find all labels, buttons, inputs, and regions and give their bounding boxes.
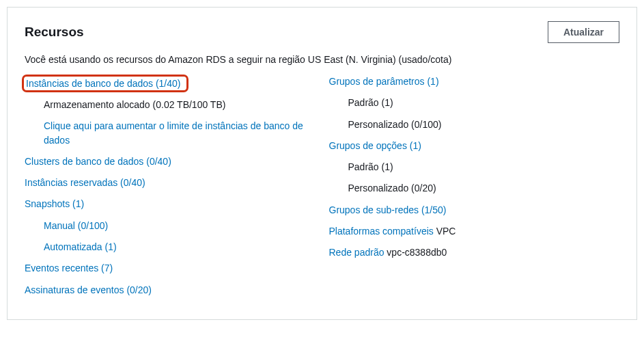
right-column: Grupos de parâmetros (1) Padrão (1) Pers… — [329, 75, 620, 304]
reserved-instances-link[interactable]: Instâncias reservadas (0/40) — [25, 177, 145, 188]
description-text: Você está usando os recursos do Amazon R… — [25, 54, 619, 65]
resource-columns: Instâncias de banco de dados (1/40) Arma… — [25, 75, 619, 304]
resources-panel: Recursos Atualizar Você está usando os r… — [7, 7, 637, 320]
supported-platforms-link[interactable]: Plataformas compatíveis — [329, 226, 434, 237]
option-custom-text: Personalizado (0/20) — [348, 183, 436, 193]
panel-header: Recursos Atualizar — [8, 8, 636, 54]
recent-events-link[interactable]: Eventos recentes (7) — [25, 263, 113, 273]
automated-snapshots-link[interactable]: Automatizada (1) — [44, 241, 117, 252]
highlight-annotation: Instâncias de banco de dados (1/40) — [22, 75, 188, 92]
param-custom-text: Personalizado (0/100) — [348, 119, 442, 130]
snapshots-link[interactable]: Snapshots (1) — [25, 198, 84, 209]
default-network-link[interactable]: Rede padrão — [329, 247, 384, 258]
param-default-text: Padrão (1) — [348, 97, 393, 108]
panel-body: Você está usando os recursos do Amazon R… — [8, 54, 636, 319]
panel-title: Recursos — [25, 25, 84, 40]
default-network-value: vpc-c8388db0 — [387, 247, 447, 258]
db-clusters-link[interactable]: Clusters de banco de dados (0/40) — [25, 156, 171, 167]
left-column: Instâncias de banco de dados (1/40) Arma… — [25, 75, 316, 304]
option-groups-link[interactable]: Grupos de opções (1) — [329, 140, 421, 151]
subnet-groups-link[interactable]: Grupos de sub-redes (1/50) — [329, 204, 447, 215]
manual-snapshots-link[interactable]: Manual (0/100) — [44, 220, 108, 231]
db-instances-link[interactable]: Instâncias de banco de dados (1/40) — [26, 78, 181, 89]
event-subscriptions-link[interactable]: Assinaturas de eventos (0/20) — [25, 284, 152, 295]
option-default-text: Padrão (1) — [348, 161, 393, 172]
allocated-storage-text: Armazenamento alocado (0.02 TB/100 TB) — [44, 99, 225, 110]
increase-limit-link[interactable]: Clique aqui para aumentar o limite de in… — [44, 120, 303, 145]
supported-platforms-value: VPC — [436, 226, 456, 237]
parameter-groups-link[interactable]: Grupos de parâmetros (1) — [329, 76, 439, 87]
refresh-button[interactable]: Atualizar — [548, 21, 619, 43]
